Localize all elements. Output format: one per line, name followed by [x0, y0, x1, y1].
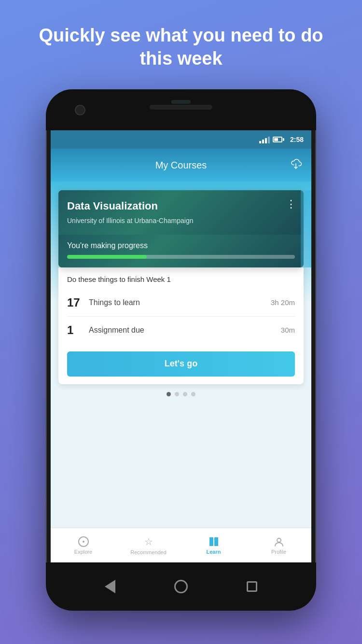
nav-label-explore: Explore: [74, 549, 92, 555]
task-number: 1: [67, 323, 89, 337]
card-menu-button[interactable]: ⋮: [286, 198, 297, 210]
dot-2: [175, 392, 179, 396]
task-row[interactable]: 17 Things to learn 3h 20m: [67, 289, 295, 317]
card-header: ⋮ Data Visualization University of Illin…: [58, 190, 304, 235]
phone-speaker: [150, 105, 212, 110]
carousel-dots: [51, 392, 311, 396]
task-number: 17: [67, 296, 89, 309]
lets-go-button[interactable]: Let's go: [67, 351, 295, 377]
status-icons: 2:58: [259, 136, 304, 143]
nav-item-recommended[interactable]: ☆ Recommended: [116, 533, 181, 558]
nav-item-profile[interactable]: Profile: [246, 533, 311, 558]
nav-item-learn[interactable]: Learn: [181, 533, 246, 558]
progress-bar-background: [67, 255, 295, 259]
week-title: Do these things to finish Week 1: [67, 275, 295, 283]
explore-icon: [78, 536, 89, 547]
course-card[interactable]: ⋮ Data Visualization University of Illin…: [58, 190, 304, 267]
recommended-icon: ☆: [144, 536, 153, 547]
nav-label-profile: Profile: [271, 549, 286, 555]
dot-3: [183, 392, 187, 396]
progress-bar-fill: [67, 255, 147, 259]
svg-rect-1: [209, 537, 213, 546]
task-duration: 3h 20m: [271, 298, 295, 307]
bottom-nav: Explore ☆ Recommended Learn: [51, 528, 311, 562]
app-header-title: My Courses: [155, 160, 207, 171]
dot-1: [167, 392, 171, 396]
week-section: Do these things to finish Week 1 17 Thin…: [58, 267, 304, 384]
phone-screen: 2:58 My Courses ⋮ Data: [51, 130, 311, 562]
app-header: My Courses: [51, 149, 311, 182]
phone-top-bezel: [46, 89, 316, 130]
battery-icon: [273, 137, 284, 142]
status-bar: 2:58: [51, 130, 311, 149]
course-subtitle: University of Illinois at Urbana-Champai…: [67, 216, 295, 226]
status-time: 2:58: [290, 136, 304, 143]
android-home-button[interactable]: [173, 579, 189, 594]
signal-icon: [259, 136, 270, 143]
nav-item-explore[interactable]: Explore: [51, 533, 116, 558]
phone-camera: [75, 105, 85, 115]
svg-point-3: [277, 538, 281, 542]
android-back-button[interactable]: [102, 579, 118, 594]
phone-bottom-bezel: [46, 562, 316, 611]
phone-frame: 2:58 My Courses ⋮ Data: [46, 89, 316, 611]
nav-label-learn: Learn: [207, 549, 221, 555]
side-card-peek: [301, 190, 311, 267]
nav-label-recommended: Recommended: [130, 549, 167, 555]
hero-title: Quickly see what you need to do this wee…: [0, 0, 362, 84]
learn-icon: [209, 536, 219, 547]
svg-rect-2: [214, 537, 218, 546]
main-content: ⋮ Data Visualization University of Illin…: [51, 182, 311, 528]
android-recents-button[interactable]: [244, 579, 260, 594]
course-title: Data Visualization: [67, 200, 295, 212]
card-progress-section: You're making progress: [58, 235, 304, 267]
phone-sensor: [171, 100, 191, 104]
progress-label: You're making progress: [67, 241, 295, 250]
task-name: Things to learn: [89, 298, 271, 307]
task-name: Assignment due: [89, 326, 281, 335]
profile-icon: [274, 536, 284, 547]
download-icon[interactable]: [289, 157, 303, 173]
task-row[interactable]: 1 Assignment due 30m: [67, 317, 295, 344]
dot-4: [191, 392, 195, 396]
task-duration: 30m: [281, 326, 295, 334]
